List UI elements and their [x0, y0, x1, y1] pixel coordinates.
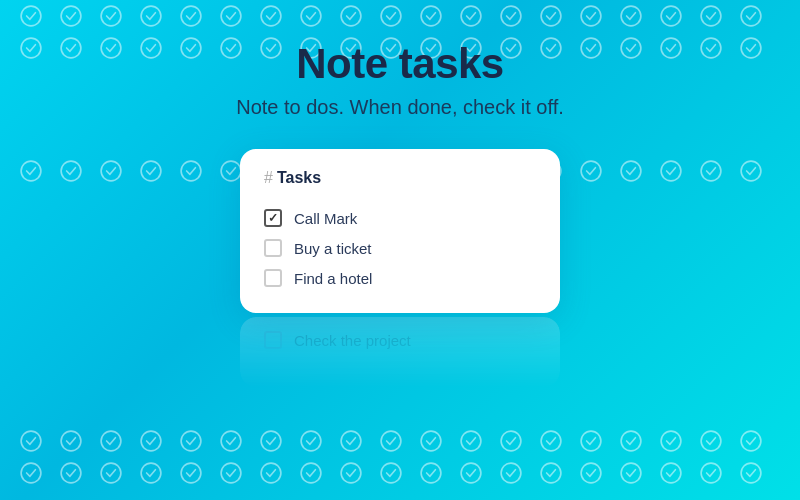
reflection-task: Check the project — [264, 331, 411, 349]
reflection-checkbox — [264, 331, 282, 349]
task-item-2: Buy a ticket — [264, 233, 536, 263]
task-label-1[interactable]: Call Mark — [294, 210, 357, 227]
card-wrapper: # Tasks Call Mark Buy a ticket Find a ho… — [240, 149, 560, 387]
card-title-text: Tasks — [277, 169, 321, 187]
page-title: Note tasks — [236, 40, 564, 88]
task-item-3: Find a hotel — [264, 263, 536, 293]
card-title-row: # Tasks — [264, 169, 536, 187]
reflection-label: Check the project — [294, 332, 411, 349]
checkbox-1[interactable] — [264, 209, 282, 227]
checkbox-2[interactable] — [264, 239, 282, 257]
task-label-2[interactable]: Buy a ticket — [294, 240, 372, 257]
hash-symbol: # — [264, 169, 273, 187]
reflection-card: Check the project — [240, 317, 560, 387]
task-label-3[interactable]: Find a hotel — [294, 270, 372, 287]
tasks-card: # Tasks Call Mark Buy a ticket Find a ho… — [240, 149, 560, 313]
checkbox-3[interactable] — [264, 269, 282, 287]
page-header: Note tasks Note to dos. When done, check… — [236, 40, 564, 119]
task-item-1: Call Mark — [264, 203, 536, 233]
page-subtitle: Note to dos. When done, check it off. — [236, 96, 564, 119]
